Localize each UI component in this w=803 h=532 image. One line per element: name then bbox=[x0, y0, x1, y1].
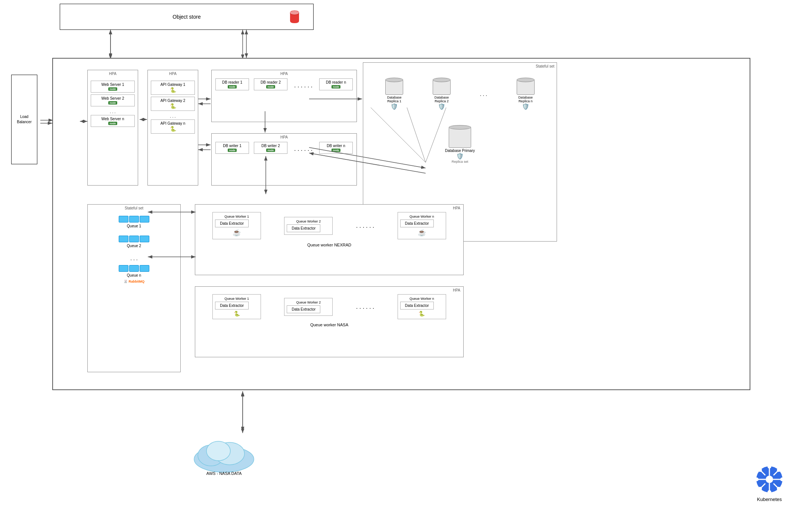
api-gateways-list: API Gateway 1 🐍 API Gateway 2 🐍 . . . AP… bbox=[148, 81, 198, 134]
nasa-worker-2: Queue Worker 2 Data Extractor bbox=[284, 298, 333, 316]
nodejs-logo-rn: node bbox=[332, 85, 341, 88]
svg-point-47 bbox=[758, 487, 762, 491]
nodejs-logo-r1: node bbox=[228, 85, 237, 88]
queue-2-icons bbox=[95, 236, 173, 242]
stateful-set-db-label: Stateful set bbox=[536, 64, 554, 68]
stateful-set-queue-label: Stateful set bbox=[125, 206, 143, 210]
web-server-n: Web Server n node bbox=[91, 115, 135, 127]
python-logo-nasa-1: 🐍 bbox=[215, 311, 258, 317]
kubernetes-label: Kubernetes bbox=[754, 497, 784, 502]
kubernetes-section: Kubernetes bbox=[754, 464, 784, 502]
nasa-dots: . . . . . . bbox=[356, 304, 374, 310]
queue-envelope-2c bbox=[140, 236, 149, 242]
nodejs-logo-w2: node bbox=[266, 149, 276, 152]
db-reader-n: DB reader n node bbox=[319, 78, 353, 90]
db-writers-row: DB writer 1 node DB writer 2 node . . . … bbox=[212, 142, 357, 156]
web-servers-list: Web Server 1 node Web Server 2 node . . … bbox=[88, 81, 138, 127]
web-server-1: Web Server 1 node bbox=[91, 81, 135, 93]
nexrad-w2-label: Queue Worker 2 bbox=[287, 220, 330, 223]
queue-envelope-na bbox=[119, 265, 128, 272]
hpa-nexrad-label: HPA bbox=[453, 206, 460, 210]
nasa-group: HPA Queue Worker 1 Data Extractor 🐍 Queu… bbox=[195, 286, 464, 357]
nodejs-logo-w1: node bbox=[228, 149, 237, 152]
queue-1-label: Queue 1 bbox=[95, 224, 173, 228]
queue-1-group: Queue 1 bbox=[95, 216, 173, 228]
svg-point-44 bbox=[758, 468, 762, 472]
db-primary-label: Database Primary bbox=[445, 149, 475, 153]
s3-bucket-icon bbox=[287, 9, 302, 25]
db-replica-n-group: DatabaseReplica n 🛡️ bbox=[517, 78, 535, 110]
queue-envelope-1c bbox=[140, 216, 149, 223]
shield-icon-2: 🛡️ bbox=[433, 103, 451, 110]
svg-point-43 bbox=[780, 477, 784, 481]
hpa-api-gateways: HPA API Gateway 1 🐍 API Gateway 2 🐍 . . … bbox=[147, 70, 198, 186]
db-readers-row: DB reader 1 node DB reader 2 node . . . … bbox=[212, 78, 357, 92]
queue-n-label: Queue n bbox=[95, 273, 173, 277]
python-logo-n: 🐍 bbox=[170, 126, 176, 132]
queue-1-icons bbox=[95, 216, 173, 223]
nodejs-logo-r2: node bbox=[266, 85, 276, 88]
db-writer-2: DB writer 2 node bbox=[254, 142, 287, 154]
replica-dots: . . . bbox=[480, 91, 487, 97]
java-logo-1: ☕ bbox=[215, 228, 258, 237]
svg-point-40 bbox=[768, 465, 771, 469]
python-logo-2: 🐍 bbox=[170, 103, 176, 109]
nodejs-logo-n: node bbox=[108, 122, 118, 125]
hpa-db-writer-label: HPA bbox=[280, 135, 288, 139]
db-writer-dots: . . . . . . bbox=[292, 146, 314, 152]
queue-2-group: Queue 2 bbox=[95, 236, 173, 248]
queue-envelope-1b bbox=[129, 216, 139, 223]
python-logo-nasa-n: 🐍 bbox=[400, 311, 443, 317]
nexrad-extractor-1: Data Extractor bbox=[215, 220, 249, 227]
shield-icon-1: 🛡️ bbox=[385, 103, 403, 110]
replica-set-label: Replica set bbox=[452, 160, 469, 164]
db-reader-dots: . . . . . . bbox=[292, 82, 314, 89]
svg-point-45 bbox=[777, 487, 781, 491]
svg-point-41 bbox=[768, 490, 771, 494]
nexrad-w1-label: Queue Worker 1 bbox=[215, 215, 258, 218]
nexrad-worker-n: Queue Worker n Data Extractor ☕ bbox=[398, 212, 446, 239]
api-gateway-1: API Gateway 1 🐍 bbox=[151, 81, 195, 95]
queue-n-icons bbox=[95, 265, 173, 272]
hpa-db-reader-label: HPA bbox=[280, 72, 288, 76]
nodejs-logo-wn: node bbox=[332, 149, 341, 152]
web-server-dots: . . . bbox=[91, 108, 135, 115]
nexrad-group-label: Queue worker NEXRAD bbox=[195, 243, 463, 247]
nodejs-logo-1: node bbox=[108, 87, 118, 91]
nasa-w2-label: Queue Worker 2 bbox=[287, 301, 330, 304]
queue-envelope-2b bbox=[129, 236, 139, 242]
db-reader-1: DB reader 1 node bbox=[215, 78, 249, 90]
main-cluster: HPA Web Server 1 node Web Server 2 node … bbox=[52, 58, 750, 390]
hpa-db-readers: HPA DB reader 1 node DB reader 2 node . … bbox=[211, 70, 357, 122]
load-balancer-label: LoadBalancer bbox=[17, 114, 31, 125]
aws-nasa-cloud: AWS - NASA DATA bbox=[190, 433, 258, 476]
hpa-db-writers: HPA DB writer 1 node DB writer 2 node . … bbox=[211, 133, 357, 186]
db-primary-group: Database Primary 🛡️ Replica set bbox=[363, 125, 557, 164]
api-gateway-n: API Gateway n 🐍 bbox=[151, 119, 195, 134]
nasa-worker-n: Queue Worker n Data Extractor 🐍 bbox=[398, 294, 446, 319]
svg-point-46 bbox=[777, 468, 781, 472]
db-writer-1: DB writer 1 node bbox=[215, 142, 249, 154]
nasa-workers-row: Queue Worker 1 Data Extractor 🐍 Queue Wo… bbox=[195, 287, 463, 321]
queue-n-group: Queue n 🐰 RabbitMQ bbox=[95, 265, 173, 283]
queue-envelope-nb bbox=[129, 265, 139, 272]
nasa-w1-label: Queue Worker 1 bbox=[215, 297, 258, 301]
api-gateway-dots: . . . bbox=[151, 113, 195, 119]
hpa-web-servers: HPA Web Server 1 node Web Server 2 node … bbox=[87, 70, 138, 186]
queue-envelope-1a bbox=[119, 216, 128, 223]
db-replica-n bbox=[517, 78, 535, 95]
java-logo-n: ☕ bbox=[400, 228, 443, 237]
object-store-box: Object store bbox=[60, 4, 314, 30]
nasa-wn-label: Queue Worker n bbox=[400, 297, 443, 301]
python-logo-1: 🐍 bbox=[170, 87, 176, 93]
queue-envelope-nc bbox=[140, 265, 149, 272]
db-replicas-row: DatabaseReplica 1 🛡️ DatabaseReplica 2 🛡… bbox=[363, 63, 557, 114]
svg-point-0 bbox=[290, 11, 299, 15]
svg-point-31 bbox=[766, 476, 773, 483]
hpa-nasa-label: HPA bbox=[453, 288, 460, 292]
db-writer-n: DB writer n node bbox=[319, 142, 353, 154]
nasa-extractor-2: Data Extractor bbox=[287, 305, 320, 313]
queues-list: Queue 1 Queue 2 . . . bbox=[88, 205, 180, 287]
nexrad-dots: . . . . . . bbox=[356, 223, 374, 229]
nexrad-group: HPA Queue Worker 1 Data Extractor ☕ Queu… bbox=[195, 204, 464, 275]
